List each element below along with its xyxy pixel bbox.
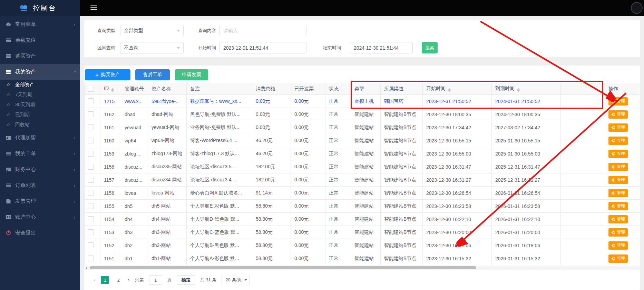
goto-page-input[interactable] xyxy=(149,275,162,285)
cell-account: dh1 xyxy=(121,252,148,265)
manage-button[interactable]: 管理 xyxy=(608,137,628,145)
row-checkbox[interactable] xyxy=(88,124,94,130)
sidebar-item-my-assets[interactable]: 我的资产 ‹ xyxy=(0,64,80,80)
gear-icon xyxy=(611,191,615,195)
cell-invoiced: 0.00元 xyxy=(291,147,325,160)
apply-invoice-button[interactable]: 申请发票 xyxy=(175,69,208,80)
manage-button[interactable]: 管理 xyxy=(608,254,628,263)
list-icon xyxy=(5,150,11,157)
row-checkbox[interactable] xyxy=(88,256,94,261)
avatar[interactable] xyxy=(631,2,643,14)
cell-expire-time: 2024-12-30 18:00:35 xyxy=(492,108,561,121)
cell-filler xyxy=(561,200,605,213)
page-button-1[interactable]: 1 xyxy=(101,276,109,284)
cell-status: 正常 xyxy=(325,108,351,121)
star-icon: ☆ xyxy=(6,92,11,97)
sidebar-sub-all-assets[interactable]: ☆ 全部资产 xyxy=(0,80,80,90)
cell-expire-time: 2025-12-31 16:31:27 xyxy=(492,173,561,187)
cell-expire-time: 2026-01-31 16:23:58 xyxy=(492,200,561,213)
row-checkbox[interactable] xyxy=(88,242,94,248)
select-all-checkbox[interactable] xyxy=(88,86,94,92)
sidebar-sub-30day-expire[interactable]: ☆ 30天到期 xyxy=(0,100,80,110)
manage-button[interactable]: 管理 xyxy=(608,228,628,237)
row-checkbox[interactable] xyxy=(88,138,94,143)
range-query-select[interactable]: 不查询 xyxy=(120,42,184,53)
cell-status: 正常 xyxy=(325,134,351,147)
sidebar-sub-recycle-bin[interactable]: ☆ 回收站 xyxy=(0,120,80,130)
manage-button[interactable]: 管理 xyxy=(608,176,628,184)
end-time-input[interactable]: 2024-12-30 21:51:44 xyxy=(350,42,413,53)
sidebar-item-common-menu[interactable]: 常用菜单 ‹ xyxy=(0,16,80,32)
manage-button[interactable]: 管理 xyxy=(608,215,628,223)
query-content-input[interactable] xyxy=(219,25,306,36)
cell-status: 正常 xyxy=(325,226,351,239)
cell-channel: 智能建站B节点 xyxy=(381,147,423,160)
cell-expire-time: 2026-01-31 16:18:06 xyxy=(492,239,561,252)
start-time-input[interactable]: 2023-12-01 21:51:44 xyxy=(219,42,306,53)
manage-button[interactable]: 管理 xyxy=(608,241,628,250)
query-content-label: 查询内容 xyxy=(198,28,216,34)
sidebar-sub-expired[interactable]: ☆ 已到期 xyxy=(0,110,80,120)
manage-button[interactable]: 管理 xyxy=(608,123,628,132)
manage-button[interactable]: 管理 xyxy=(608,163,628,171)
cell-checkbox xyxy=(85,95,100,108)
cell-status: 正常 xyxy=(325,173,351,187)
aftersale-ticket-button[interactable]: 售后工单 xyxy=(135,69,170,80)
row-checkbox[interactable] xyxy=(88,203,94,209)
cell-checkbox xyxy=(85,173,100,187)
row-checkbox[interactable] xyxy=(88,111,94,117)
hamburger-menu-icon[interactable] xyxy=(90,5,97,10)
page-button-2[interactable]: 2 xyxy=(114,276,123,284)
sidebar-item-order-list[interactable]: 订单列表 ‹ xyxy=(0,177,80,193)
manage-button[interactable]: 管理 xyxy=(608,97,628,106)
row-checkbox[interactable] xyxy=(88,229,94,235)
sidebar-item-account-center[interactable]: 账户中心 ‹ xyxy=(0,209,80,225)
cell-remark: 个人导航D-黑色版 默... xyxy=(187,213,252,226)
cell-remark: 数据库账号：www_xx... xyxy=(187,95,252,108)
row-checkbox[interactable] xyxy=(88,216,94,222)
row-checkbox[interactable] xyxy=(88,177,94,183)
sort-icon[interactable] xyxy=(111,88,114,92)
row-checkbox[interactable] xyxy=(88,164,94,170)
chevron-left-icon: ‹ xyxy=(74,151,75,156)
next-page-icon[interactable]: › xyxy=(128,277,129,283)
header-account: 管理账号 xyxy=(121,83,148,95)
table-row: 1155 dh5 dh5-网站 个人导航E-彩色版 默... 58.80元 0.… xyxy=(85,200,640,213)
sidebar-item-logout[interactable]: 安全退出 xyxy=(0,225,80,241)
cell-channel: 韩国宝塔 xyxy=(381,95,423,108)
search-button[interactable]: 搜索 xyxy=(422,42,438,53)
cell-type: 智能建站 xyxy=(351,147,381,160)
buy-assets-button[interactable]: + 购买资产 xyxy=(85,69,130,80)
cell-filler xyxy=(561,213,605,226)
cell-channel: 智能建站B节点 xyxy=(381,108,423,121)
header-filler xyxy=(561,83,605,95)
manage-button[interactable]: 管理 xyxy=(608,110,628,119)
cell-expire-time: 2026-01-31 16:22:10 xyxy=(492,213,561,226)
row-checkbox[interactable] xyxy=(88,98,94,104)
sort-icon[interactable] xyxy=(517,88,520,92)
confirm-button[interactable]: 确定 xyxy=(177,275,195,285)
manage-button[interactable]: 管理 xyxy=(608,150,628,158)
row-checkbox[interactable] xyxy=(88,151,94,157)
cell-actions: 管理 xyxy=(605,108,640,121)
cell-start-time: 2023-12-30 16:22:10 xyxy=(423,213,492,226)
sidebar-item-finance-center[interactable]: 财务中心 ‹ xyxy=(0,161,80,177)
scroll-left-icon: ◂ xyxy=(85,266,87,270)
sort-icon[interactable] xyxy=(448,88,451,92)
query-type-select[interactable]: 全部类型 xyxy=(120,25,184,36)
sidebar-sub-7day-expire[interactable]: ☆ 7天到期 xyxy=(0,90,80,100)
sidebar-item-my-tickets[interactable]: 我的工单 ‹ xyxy=(0,146,80,161)
table-row: 1157 discuz... discuz34-网站 论坛社区-discuz3.… xyxy=(85,173,640,187)
sidebar-item-balance-recharge[interactable]: 余额充值 xyxy=(0,32,80,48)
prev-page-icon[interactable]: ‹ xyxy=(94,277,96,283)
page-size-select[interactable]: 20 条/页 xyxy=(222,275,250,285)
sidebar-item-invoice-management[interactable]: 发票管理 ‹ xyxy=(0,193,80,209)
row-checkbox[interactable] xyxy=(88,190,94,196)
sidebar-item-buy-assets[interactable]: 购买资产 xyxy=(0,48,80,64)
cell-status: 正常 xyxy=(325,200,351,213)
cell-id: 1156 xyxy=(100,187,121,200)
manage-button[interactable]: 管理 xyxy=(608,202,628,210)
sidebar-item-agent-join[interactable]: 代理加盟 ‹ xyxy=(0,130,80,146)
manage-button[interactable]: 管理 xyxy=(608,189,628,197)
scrollbar-thumb[interactable] xyxy=(90,266,476,269)
